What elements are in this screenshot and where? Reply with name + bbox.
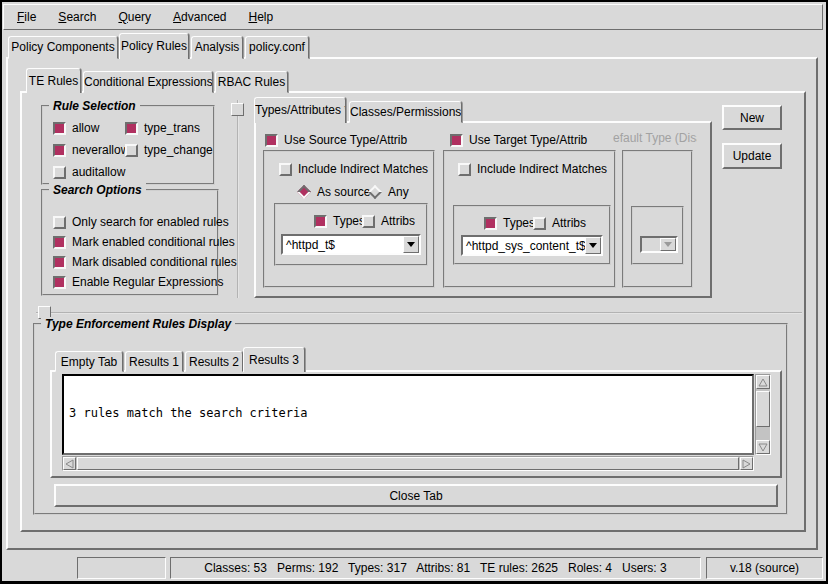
tab-policy-components[interactable]: Policy Components — [8, 36, 118, 59]
default-type-combo — [640, 236, 678, 253]
checkbox-auditallow[interactable]: auditallow — [53, 165, 125, 179]
radio-any[interactable]: Any — [368, 185, 409, 199]
checkbox-type-change[interactable]: type_change — [125, 143, 213, 157]
checkbox-source-attribs[interactable]: Attribs — [362, 214, 415, 228]
checkbox-indicator — [362, 215, 375, 228]
radio-as-source[interactable]: As source — [297, 185, 370, 199]
checkbox-label: Mark disabled conditional rules — [72, 255, 237, 269]
status-stats: Classes: 53 Perms: 192 Types: 317 Attrib… — [170, 557, 701, 579]
tab-results-2[interactable]: Results 2 — [185, 351, 243, 372]
target-types-attribs-group: Types Attribs ^httpd_sys_content_t$ — [453, 205, 611, 265]
checkbox-indicator — [484, 217, 497, 230]
checkbox-indicator — [450, 134, 463, 147]
tab-results-3[interactable]: Results 3 — [243, 347, 305, 372]
checkbox-only-enabled[interactable]: Only search for enabled rules — [53, 215, 229, 229]
checkbox-indicator — [458, 163, 471, 176]
menu-search[interactable]: Search — [56, 9, 98, 25]
radio-label: Any — [388, 185, 409, 199]
checkbox-label: type_change — [144, 143, 213, 157]
menu-help[interactable]: Help — [246, 9, 275, 25]
close-tab-button[interactable]: Close Tab — [54, 484, 778, 507]
source-types-attribs-group: Types Attribs ^httpd_t$ — [274, 203, 428, 266]
tab-policy-conf[interactable]: policy.conf — [245, 36, 309, 59]
status-stats-text: Classes: 53 Perms: 192 Types: 317 Attrib… — [204, 561, 666, 575]
checkbox-source-types[interactable]: Types — [314, 214, 365, 228]
checkbox-label: Include Indirect Matches — [477, 162, 607, 176]
checkbox-label: Use Source Type/Attrib — [284, 133, 407, 147]
checkbox-label: Types — [503, 216, 535, 230]
checkbox-label: allow — [72, 121, 99, 135]
checkbox-indicator — [53, 122, 66, 135]
vertical-sash-handle[interactable] — [231, 103, 244, 116]
vertical-sash[interactable] — [237, 100, 239, 298]
tab-policy-rules[interactable]: Policy Rules — [119, 33, 189, 59]
horizontal-scroll-thumb[interactable] — [77, 457, 739, 470]
target-type-combo[interactable]: ^httpd_sys_content_t$ — [461, 235, 603, 256]
checkbox-indicator — [125, 144, 138, 157]
menu-query[interactable]: Query — [116, 9, 153, 25]
checkbox-mark-disabled[interactable]: Mark disabled conditional rules — [53, 255, 237, 269]
checkbox-allow[interactable]: allow — [53, 121, 99, 135]
menu-file[interactable]: File — [15, 9, 38, 25]
target-group: Include Indirect Matches Types Attribs ^… — [443, 150, 616, 288]
radio-indicator — [368, 185, 382, 199]
source-type-combo[interactable]: ^httpd_t$ — [281, 234, 421, 255]
chevron-down-icon[interactable] — [585, 237, 601, 254]
checkbox-regex[interactable]: Enable Regular Expressions — [53, 275, 223, 289]
checkbox-label: Types — [333, 214, 365, 228]
vertical-scroll-thumb[interactable] — [756, 391, 770, 427]
tab-empty-tab[interactable]: Empty Tab — [55, 351, 123, 372]
checkbox-use-target[interactable]: Use Target Type/Attrib — [450, 133, 587, 147]
radio-indicator — [297, 185, 311, 199]
results-text-area[interactable]: 3 rules match the search criteria (5822)… — [62, 374, 754, 455]
update-button[interactable]: Update — [722, 143, 782, 169]
checkbox-label: Mark enabled conditional rules — [72, 235, 235, 249]
source-group: Include Indirect Matches As source Any T… — [263, 150, 435, 288]
checkbox-indicator — [279, 163, 292, 176]
checkbox-indicator — [314, 215, 327, 228]
tab-rbac-rules[interactable]: RBAC Rules — [215, 71, 288, 93]
tab-types-attributes[interactable]: Types/Attributes * — [254, 97, 346, 123]
checkbox-source-indirect[interactable]: Include Indirect Matches — [279, 162, 428, 176]
combo-value: ^httpd_sys_content_t$ — [463, 239, 585, 253]
checkbox-neverallow[interactable]: neverallow — [53, 143, 129, 157]
scroll-up-icon[interactable] — [756, 375, 770, 389]
checkbox-target-indirect[interactable]: Include Indirect Matches — [458, 162, 607, 176]
scroll-left-icon[interactable] — [63, 457, 76, 470]
checkbox-target-attribs[interactable]: Attribs — [533, 216, 586, 230]
rule-selection-group: Rule Selection allow type_trans neverall… — [41, 105, 215, 185]
checkbox-target-types[interactable]: Types — [484, 216, 535, 230]
scroll-down-icon[interactable] — [756, 440, 770, 454]
status-left-box — [77, 557, 166, 579]
vertical-scrollbar[interactable] — [755, 374, 771, 455]
checkbox-type-trans[interactable]: type_trans — [125, 121, 200, 135]
checkbox-label: auditallow — [72, 165, 125, 179]
checkbox-indicator — [53, 256, 66, 269]
search-options-group: Search Options Only search for enabled r… — [41, 189, 219, 296]
checkbox-use-source[interactable]: Use Source Type/Attrib — [265, 133, 407, 147]
tab-te-rules[interactable]: TE Rules — [26, 68, 81, 93]
rule-selection-title: Rule Selection — [49, 99, 140, 113]
scroll-right-icon[interactable] — [740, 457, 753, 470]
chevron-down-icon[interactable] — [403, 236, 419, 253]
checkbox-label: Attribs — [552, 216, 586, 230]
tab-analysis[interactable]: Analysis — [191, 36, 243, 59]
new-button[interactable]: New — [722, 105, 782, 130]
checkbox-indicator — [125, 122, 138, 135]
menu-advanced[interactable]: Advanced — [171, 9, 228, 25]
checkbox-label: Use Target Type/Attrib — [469, 133, 587, 147]
checkbox-label: Include Indirect Matches — [298, 162, 428, 176]
default-type-group — [622, 150, 693, 288]
tab-classes-permissions[interactable]: Classes/Permissions — [349, 101, 462, 123]
checkbox-indicator — [53, 166, 66, 179]
te-rules-display-title: Type Enforcement Rules Display — [41, 317, 235, 331]
horizontal-scrollbar[interactable] — [62, 456, 754, 471]
checkbox-label: Enable Regular Expressions — [72, 275, 223, 289]
default-type-inner-group — [631, 206, 684, 265]
checkbox-mark-enabled[interactable]: Mark enabled conditional rules — [53, 235, 235, 249]
horizontal-sash[interactable] — [36, 312, 802, 314]
tab-conditional-expressions[interactable]: Conditional Expressions — [83, 71, 213, 93]
results-summary: 3 rules match the search criteria — [69, 406, 747, 420]
checkbox-indicator — [533, 217, 546, 230]
tab-results-1[interactable]: Results 1 — [125, 351, 183, 372]
